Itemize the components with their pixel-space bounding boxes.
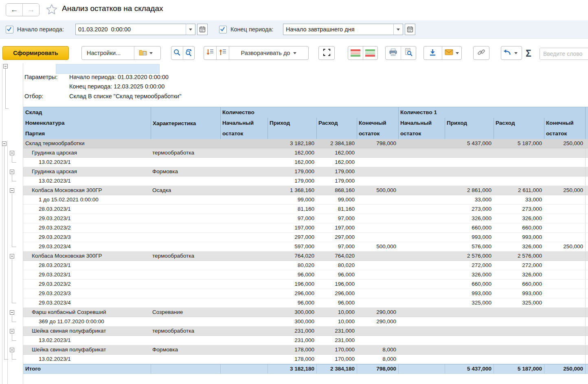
table-row[interactable]: 29.03.2023/2196,000196,000660,000660,000 (23, 280, 588, 289)
end-period-input[interactable] (283, 24, 393, 35)
undo-arrow-icon (503, 49, 511, 57)
table-total-row[interactable]: Итого3 182,1802 384,180798,0005 437,0005… (23, 364, 588, 374)
start-period-dropdown[interactable] (186, 24, 195, 35)
table-row[interactable]: 1 до 15.02.2021 0:00:0099,00099,00033,00… (23, 195, 588, 205)
expand-to-button[interactable]: Разворачивать до (229, 50, 308, 56)
tree-line (12, 334, 12, 340)
get-link-button[interactable] (473, 46, 489, 60)
table-row[interactable]: Шейка свиная полуфабрикаттермообработка2… (23, 327, 588, 336)
decrease-appearance-button[interactable] (348, 46, 363, 60)
print-button[interactable] (386, 46, 401, 60)
quick-search-input[interactable] (540, 48, 588, 60)
table-row[interactable]: 29.03.2023/3296,000296,000993,000993,000 (23, 289, 588, 298)
table-row[interactable]: 28.03.2023/180,02080,020272,000272,000 (23, 261, 588, 270)
report-window: ← → Анализ остатков на складах Начало пе… (0, 0, 588, 384)
increase-appearance-button[interactable] (363, 46, 378, 60)
export-button-group (423, 46, 462, 60)
print-button-group (385, 46, 416, 60)
filter-value: Склад В списке "Склад термообработки" (69, 93, 181, 99)
collapse-group-button[interactable] (2, 141, 7, 146)
collapse-group-button[interactable] (10, 170, 14, 174)
header-expense-2: Расход (494, 118, 544, 139)
save-download-icon (429, 49, 437, 58)
fullscreen-icon (323, 49, 331, 58)
tree-line (12, 322, 16, 322)
start-period-calendar-button[interactable] (197, 24, 208, 35)
tree-line (12, 162, 16, 163)
save-button[interactable] (424, 46, 442, 60)
page-title: Анализ остатков на складах (62, 4, 163, 13)
header-grouping-column: Склад Номенклатура Партия (23, 107, 151, 139)
tree-line (12, 353, 12, 359)
collapse-group-button[interactable] (10, 348, 14, 352)
table-row[interactable]: Колбаса Московская 300ГРтермообработка76… (23, 252, 588, 261)
collapse-group-button[interactable] (10, 151, 14, 155)
settings-button[interactable]: Настройки... (82, 50, 134, 56)
table-row[interactable]: 29.03.2023/197,00097,000326,000326,000 (23, 214, 588, 223)
link-icon (477, 48, 485, 58)
table-row[interactable]: 29.03.2023/4597,00097,000500,000576,0003… (23, 242, 588, 252)
start-period-label: Начало периода: (17, 26, 64, 33)
favorite-star-icon[interactable] (46, 3, 58, 15)
header-income-2: Приход (445, 118, 494, 139)
collapse-group-button[interactable] (10, 254, 14, 258)
find-next-button[interactable] (183, 46, 195, 60)
table-row[interactable]: Склад термообработки3 182,1802 384,18079… (23, 139, 588, 148)
forward-button[interactable]: → (23, 4, 39, 16)
table-row[interactable]: 29.03.2023/2197,000197,000660,000660,000 (23, 223, 588, 233)
print-preview-button[interactable] (401, 46, 416, 60)
table-row[interactable]: 13.02.2023/1179,000179,000 (23, 177, 588, 186)
table-row[interactable]: Шейка свиная полуфабрикатФормовка178,000… (23, 345, 588, 355)
header-final-balance: Конечный остаток (357, 118, 398, 139)
table-row[interactable]: Фарш колбасный СозревшийСозревание300,00… (23, 308, 588, 317)
collapse-report-button[interactable] (3, 64, 8, 68)
parameter-line: Начало периода: 01.03.2020 0:00:00 (69, 74, 169, 80)
fullscreen-button[interactable] (318, 46, 335, 60)
generate-button[interactable]: Сформировать (2, 46, 69, 60)
table-row[interactable]: Грудинка царскаяФормовка179,000179,000 (23, 167, 588, 177)
report-variants-button[interactable] (134, 46, 157, 60)
collapse-group-button[interactable] (10, 188, 14, 193)
back-button[interactable]: ← (6, 4, 23, 16)
end-period-checkbox[interactable] (219, 26, 227, 33)
print-preview-icon (404, 48, 412, 58)
start-period-input[interactable] (76, 24, 186, 35)
start-period-checkbox[interactable] (6, 26, 13, 33)
send-mail-button[interactable] (442, 46, 461, 60)
sum-sigma-button[interactable]: Σ (526, 48, 531, 59)
header-quantity1-group: Количество 1 (398, 107, 585, 118)
tree-line (12, 315, 12, 322)
header-quantity-group: Количество (220, 107, 398, 118)
collapse-group-button[interactable] (10, 329, 14, 333)
table-row[interactable]: Колбаса Московская 300ГРОсадка1 368,1608… (23, 186, 588, 195)
end-period-dropdown[interactable] (393, 24, 403, 35)
header-initial-balance: Начальный остаток (220, 118, 268, 139)
table-row[interactable]: 13.02.2023/1178,000170,0008,000 (23, 355, 588, 364)
table-row[interactable]: 13.02.2023/1231,000231,000 (23, 336, 588, 345)
table-row[interactable]: 28.03.2023/181,16081,160273,000273,000 (23, 205, 588, 214)
expand-groups-button[interactable] (204, 46, 216, 60)
table-row[interactable]: Грудинка царскаятермообработка162,000162… (23, 148, 588, 158)
table-row[interactable]: 29.03.2023/196,00096,000326,000326,000 (23, 270, 588, 280)
table-row[interactable]: 29.03.2023/3297,000297,000993,000993,000 (23, 233, 588, 242)
header-expense: Расход (316, 118, 357, 139)
find-button[interactable] (171, 46, 183, 60)
history-button[interactable] (501, 46, 522, 60)
header-initial-balance-2: Начальный остаток (398, 118, 445, 139)
table-row[interactable]: 29.03.2023/496,00096,000325,000325,000 (23, 298, 588, 308)
tree-line (12, 303, 16, 303)
table-row[interactable]: 13.02.2023/1162,000162,000 (23, 158, 588, 167)
collapse-groups-button[interactable] (217, 46, 229, 60)
end-period-calendar-button[interactable] (405, 24, 415, 35)
start-period-field (75, 24, 195, 35)
table-body: Склад термообработки3 182,1802 384,18079… (23, 139, 588, 374)
table-row[interactable]: 369 до 11.07.2020 0:00:00300,00010,00029… (23, 317, 588, 327)
filter-label: Отбор: (24, 93, 43, 99)
collapse-group-button[interactable] (10, 310, 14, 315)
tree-line (12, 359, 16, 360)
nav-buttons: ← → (6, 3, 39, 16)
selected-cell-highlight[interactable] (56, 64, 160, 74)
search-button-group (171, 46, 195, 60)
tree-line (4, 146, 4, 359)
tree-line (12, 340, 16, 341)
